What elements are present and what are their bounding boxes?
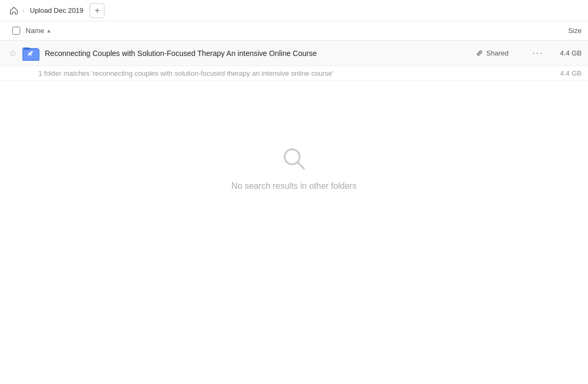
file-name: Reconnecting Couples with Solution-Focus… (45, 49, 476, 58)
size-column-header[interactable]: Size (539, 27, 582, 35)
match-summary-size: 4.4 GB (560, 69, 582, 77)
add-button-label: + (95, 6, 100, 15)
home-breadcrumb[interactable] (6, 3, 21, 18)
more-options-button[interactable]: ··· (530, 46, 545, 61)
name-column-label: Name (26, 27, 44, 35)
sort-arrow-icon: ▲ (46, 28, 52, 34)
no-results-area: No search results in other folders (0, 145, 588, 191)
name-column-header[interactable]: Name ▲ (26, 27, 539, 35)
more-options-icon: ··· (532, 47, 543, 59)
file-size: 4.4 GB (550, 49, 582, 57)
folder-icon (21, 44, 41, 63)
select-all-checkbox-col (6, 27, 26, 35)
link-icon (476, 50, 483, 57)
breadcrumb-folder-label: Upload Dec 2019 (30, 6, 83, 14)
breadcrumb-separator: › (22, 7, 25, 14)
select-all-checkbox[interactable] (12, 27, 20, 35)
folder-svg (21, 44, 41, 63)
shared-status: Shared (476, 49, 524, 57)
match-summary: 1 folder matches 'reconnecting couples w… (0, 66, 588, 81)
star-button[interactable] (6, 50, 19, 57)
file-row[interactable]: Reconnecting Couples with Solution-Focus… (0, 41, 588, 66)
add-button[interactable]: + (90, 3, 104, 18)
match-summary-text: 1 folder matches 'reconnecting couples w… (38, 69, 333, 77)
column-headers: Name ▲ Size (0, 21, 588, 41)
star-icon (9, 50, 17, 57)
no-results-search-icon (280, 145, 308, 173)
breadcrumb-bar: › Upload Dec 2019 + (0, 0, 588, 21)
home-icon (10, 6, 18, 15)
no-results-text: No search results in other folders (231, 181, 357, 191)
breadcrumb-folder[interactable]: Upload Dec 2019 (26, 3, 87, 18)
size-column-label: Size (568, 27, 582, 35)
svg-line-7 (297, 162, 304, 169)
shared-label: Shared (486, 49, 509, 57)
